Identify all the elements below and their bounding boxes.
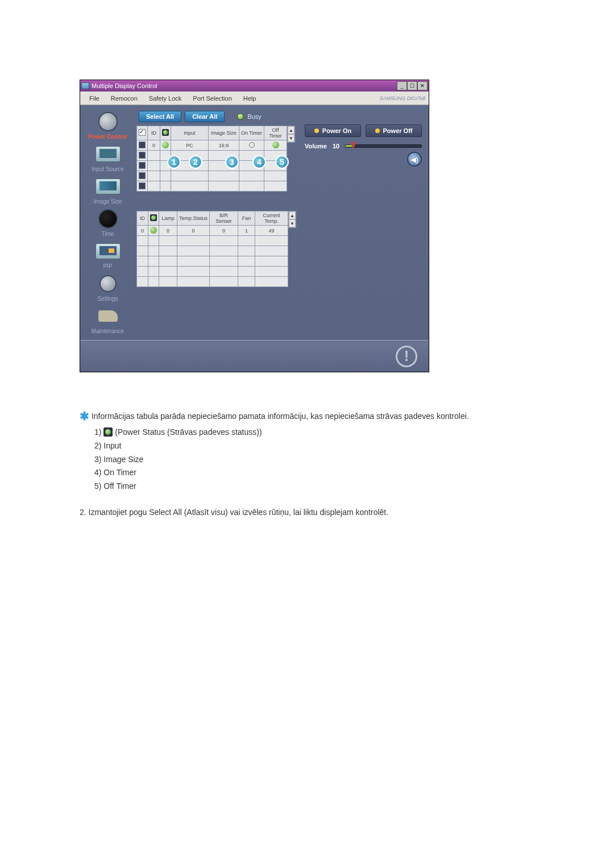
table-row[interactable] [137,267,288,277]
scrollbar[interactable]: ▲ ▼ [288,211,296,228]
row-checkbox[interactable] [139,172,146,179]
volume-value: 10 [333,143,339,149]
close-button[interactable]: ✕ [417,81,428,90]
app-icon [81,82,89,89]
table-row[interactable] [137,171,287,181]
col2-curtemp: Current Temp. [255,211,288,226]
menu-port-selection[interactable]: Port Selection [187,93,237,103]
power-off-label: Power Off [383,127,413,134]
window-title: Multiple Display Control [92,82,157,89]
desc-line: 4) On Timer [80,466,569,480]
power-off-button[interactable]: Power Off [366,124,422,137]
sidebar-item-image-size[interactable]: Image Size [83,176,133,205]
maximize-button[interactable]: ☐ [407,81,417,90]
col2-id: ID [137,211,148,226]
badge-5: 5 [275,155,289,169]
right-panel: Power On Power Off Volume 10 [305,124,422,167]
dot-icon [375,128,380,133]
row-checkbox[interactable] [139,152,146,159]
sidebar-item-maintenance[interactable]: Maintenance [83,305,133,334]
minimize-button[interactable]: _ [397,81,407,90]
sidebar-label: Time [102,231,114,237]
sidebar-label: Power Control [88,134,127,140]
power-on-label: Power On [322,127,351,134]
statusbar: ! [80,340,429,372]
header-checkbox[interactable] [139,129,146,136]
sidebar-item-time[interactable]: Time [83,208,133,237]
row-checkbox[interactable] [139,162,146,169]
col-offtimer: Off Timer [264,126,287,140]
power-on-button[interactable]: Power On [305,124,361,137]
table-row[interactable]: 0 0 0 0 1 49 [137,226,288,236]
table-row[interactable] [137,181,287,192]
menu-file[interactable]: File [84,93,105,103]
power-control-icon [95,111,121,132]
volume-slider[interactable] [345,144,422,148]
table-row[interactable] [137,256,288,267]
scroll-down-icon[interactable]: ▼ [289,219,296,227]
col2-lamp: Lamp [159,211,177,226]
desc-line: 3) Image Size [80,453,569,467]
desc-line: 2. Izmantojiet pogu Select All (Atlasīt … [80,506,569,520]
col-id: ID [148,126,160,140]
star-icon: ✱ [80,410,89,422]
desc-line: 2) Input [80,439,569,453]
col-power-icon [162,129,169,136]
sidebar-label: PIP [103,263,112,269]
table-row[interactable]: 0 PC 16:9 [137,140,287,151]
sidebar-label: Image Size [93,198,122,205]
menu-safety-lock[interactable]: Safety Lock [143,93,187,103]
sidebar-item-power-control[interactable]: Power Control [83,111,133,140]
scrollbar[interactable]: ▲ ▼ [287,126,295,143]
scroll-up-icon[interactable]: ▲ [288,126,294,134]
sidebar-label: Settings [97,296,118,302]
select-all-button[interactable]: Select All [139,111,181,122]
scroll-up-icon[interactable]: ▲ [289,211,296,219]
app-window: Multiple Display Control _ ☐ ✕ File Remo… [80,80,429,372]
menu-help[interactable]: Help [238,93,262,103]
col-imgsize: Image Size [209,126,239,140]
desc-line: 5) Off Timer [80,480,569,493]
sidebar-item-input-source[interactable]: Input Source [83,143,133,172]
pip-icon [95,240,121,262]
clear-all-button[interactable]: Clear All [185,111,225,122]
maintenance-icon [95,305,121,327]
alert-icon: ! [396,346,417,367]
sidebar-label: Maintenance [92,328,124,334]
scroll-down-icon[interactable]: ▼ [288,134,294,142]
row-checkbox[interactable] [139,182,146,189]
badge-2: 2 [189,155,202,169]
busy-dot-icon [237,113,244,120]
sidebar-label: Input Source [92,166,124,172]
col2-brsenser: B/R Senser [210,211,238,226]
speaker-icon[interactable]: ◀) [407,152,422,167]
volume-label: Volume [305,143,327,149]
table-row[interactable] [137,246,288,256]
power-status-icon [162,142,169,148]
table-row[interactable] [137,236,288,246]
image-size-icon [95,176,121,197]
offtimer-on-icon [272,142,279,148]
input-source-icon [95,143,121,165]
brand-logo: SAMSUNG DIGITall [380,95,425,101]
titlebar: Multiple Display Control _ ☐ ✕ [80,80,429,92]
row-checkbox[interactable] [139,142,146,148]
power-status-icon [150,227,157,234]
sidebar-item-settings[interactable]: Settings [83,273,133,302]
table-row[interactable] [137,277,288,287]
sidebar: Power Control Input Source Image Size Ti… [80,105,135,340]
dot-icon [314,128,319,133]
time-icon [95,208,121,230]
busy-label: Busy [247,113,261,120]
sidebar-item-pip[interactable]: PIP [83,240,133,269]
col2-power-icon [150,214,157,221]
busy-indicator: Busy [237,113,261,120]
col2-fan: Fan [238,211,255,226]
info-table-2: ID Lamp Temp.Status B/R Senser Fan Curre… [136,211,288,287]
col-input: Input [171,126,209,140]
settings-icon [95,273,121,294]
menu-remocon[interactable]: Remocon [105,93,143,103]
power-status-icon [103,427,113,437]
badge-3: 3 [225,155,239,169]
badge-1: 1 [167,155,181,169]
